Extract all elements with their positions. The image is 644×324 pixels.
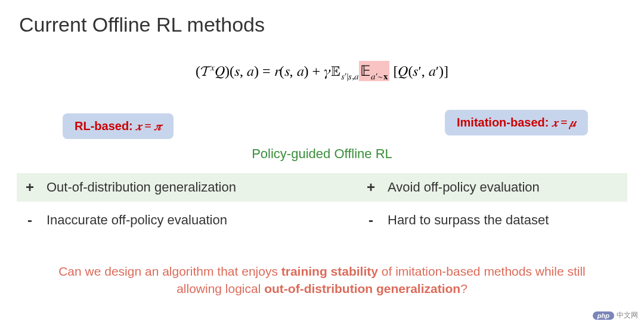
q-b1: training stability (281, 264, 378, 278)
eq-highlight: 𝔼𝑎′∼𝐱 (359, 61, 389, 81)
imitation-label: Imitation-based: (457, 116, 552, 129)
imitation-math: 𝑥 = 𝜇 (552, 116, 576, 129)
minus-sign-right: - (359, 212, 383, 229)
watermark-text: 中文网 (617, 310, 638, 320)
slide-title: Current Offline RL methods (19, 13, 265, 36)
pros-row: + Out-of-distribution generalization + A… (17, 173, 627, 202)
watermark: php 中文网 (593, 310, 638, 320)
con-left-text: Inaccurate off-policy evaluation (43, 212, 359, 228)
rl-based-badge: RL-based: 𝑥 = 𝜋 (63, 113, 174, 139)
eq-highlight-E: 𝔼 (360, 63, 371, 79)
eq-rhs: [𝑄(𝑠′, 𝑎′)] (389, 63, 448, 79)
eq-highlight-sub: 𝑎′∼𝐱 (371, 72, 388, 81)
pro-left-text: Out-of-distribution generalization (43, 180, 359, 195)
plus-sign-right: + (359, 179, 383, 196)
eq-body: 𝑄)(𝑠, 𝑎) = 𝑟(𝑠, 𝑎) + 𝛾𝔼 (215, 63, 341, 79)
eq-lhs: (𝓣 (196, 63, 210, 79)
eq-sub1: 𝑠′|𝑠,𝑎 (341, 72, 359, 81)
q-p1: Can we design an algorithm that enjoys (58, 264, 281, 278)
rl-based-label: RL-based: (75, 119, 136, 132)
q-p3: ? (460, 282, 467, 295)
pro-right-text: Avoid off-policy evaluation (383, 180, 627, 195)
minus-sign-left: - (17, 212, 43, 229)
subtitle: Policy-guided Offline RL (0, 146, 644, 162)
imitation-based-badge: Imitation-based: 𝑥 = 𝜇 (445, 110, 588, 135)
research-question: Can we design an algorithm that enjoys t… (0, 263, 644, 298)
bellman-equation: (𝓣𝑥𝑄)(𝑠, 𝑎) = 𝑟(𝑠, 𝑎) + 𝛾𝔼𝑠′|𝑠,𝑎𝔼𝑎′∼𝐱 [𝑄… (0, 63, 644, 82)
q-b2: out-of-distribution generalization (264, 282, 460, 295)
php-pill: php (593, 311, 614, 320)
rl-based-math: 𝑥 = 𝜋 (136, 119, 161, 132)
plus-sign-left: + (17, 179, 43, 196)
cons-row: - Inaccurate off-policy evaluation - Har… (17, 206, 627, 234)
con-right-text: Hard to surpass the dataset (383, 212, 627, 228)
